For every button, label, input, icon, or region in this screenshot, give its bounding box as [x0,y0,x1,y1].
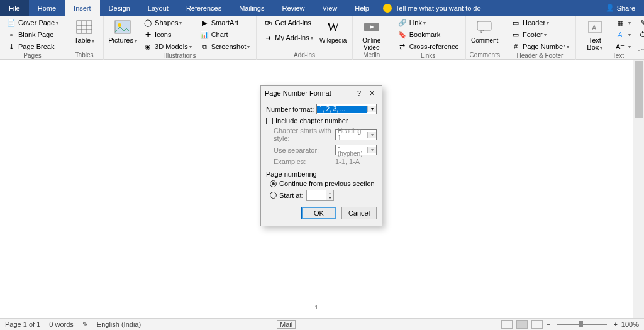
wordart-button[interactable]: A▾ [613,29,633,40]
cover-page-button[interactable]: 📄Cover Page▾ [4,17,61,28]
icons-button[interactable]: ✚Icons [140,29,194,40]
tab-references[interactable]: References [177,0,230,16]
group-pages: 📄Cover Page▾ ▫Blank Page ⤓Page Break Pag… [0,16,65,60]
smartart-button[interactable]: ▶SmartArt [197,17,253,28]
page-numbering-legend: Page numbering [266,170,377,178]
online-video-button[interactable]: Online Video [357,17,387,51]
zoom-out-button[interactable]: − [547,321,550,328]
tab-design[interactable]: Design [100,0,139,16]
group-comments-label: Comments [470,52,500,60]
drop-cap-button[interactable]: A≡▾ [613,41,633,52]
dialog-help-button[interactable]: ? [353,89,365,97]
text-box-button[interactable]: AText Box▾ [580,17,610,52]
ok-button[interactable]: OK [301,207,336,219]
3d-models-icon: ◉ [143,42,153,51]
read-mode-button[interactable] [501,320,513,329]
comment-label: Comment [471,37,498,44]
status-proofing-icon[interactable]: ✎ [82,321,88,329]
tab-review[interactable]: Review [274,0,314,16]
bookmark-icon: 🔖 [397,30,408,39]
status-language[interactable]: English (India) [97,321,141,328]
my-addins-button[interactable]: ➜My Add-ins▾ [260,32,315,43]
text-box-label: Text Box [587,36,601,51]
bookmark-button[interactable]: 🔖Bookmark [395,29,462,40]
zoom-knob[interactable] [579,321,583,327]
screenshot-button[interactable]: ⧉Screenshot▾ [197,41,253,52]
spin-up-icon[interactable]: ▴ [326,190,333,195]
footer-icon: ▭ [511,30,521,39]
table-button[interactable]: Table▾ [69,17,99,45]
3d-models-button[interactable]: ◉3D Models▾ [140,41,194,52]
tell-me-search[interactable]: Tell me what you want to do [383,4,481,13]
drop-cap-icon: A≡ [615,42,625,51]
page-number-format-dialog: Page Number Format ? ✕ Number format: 1,… [260,85,382,226]
svg-rect-5 [115,21,130,33]
include-chapter-checkbox[interactable] [266,118,273,124]
tab-view[interactable]: View [314,0,347,16]
page-break-button[interactable]: ⤓Page Break [4,41,61,52]
blank-page-button[interactable]: ▫Blank Page [4,29,61,40]
tab-mailings[interactable]: Mailings [230,0,273,16]
collapse-ribbon-button[interactable]: ˆ [638,49,640,57]
start-at-input[interactable]: ▴▾ [306,190,334,201]
share-button[interactable]: 👤Share [606,4,644,12]
pictures-button[interactable]: Pictures▾ [108,17,138,45]
start-at-radio[interactable] [270,192,277,199]
share-label: Share [617,4,635,12]
tab-home[interactable]: Home [29,0,65,16]
tab-file[interactable]: File [0,0,29,16]
spin-down-icon[interactable]: ▾ [326,195,333,201]
chart-button[interactable]: 📊Chart [197,29,253,40]
status-page[interactable]: Page 1 of 1 [5,321,40,328]
header-button[interactable]: ▭Header▾ [508,17,572,28]
shapes-icon: ◯ [143,18,153,27]
chapter-style-label: Chapter starts with style: [274,127,333,142]
group-tables-label: Tables [69,52,99,60]
ribbon-tabs: File Home Insert Design Layout Reference… [0,0,644,16]
group-media-label: Media [357,52,387,60]
tab-layout[interactable]: Layout [139,0,177,16]
zoom-level[interactable]: 100% [621,321,639,328]
wikipedia-icon: W [325,18,342,36]
scroll-thumb[interactable] [635,61,643,118]
zoom-in-button[interactable]: + [613,321,617,328]
continue-label: Continue from previous section [279,180,375,187]
vertical-scrollbar[interactable] [633,60,644,318]
smartart-label: SmartArt [211,19,238,26]
bulb-icon [383,4,392,13]
signature-line-button[interactable]: ✎▾ [636,17,644,28]
link-label: Link [409,19,422,26]
tab-insert[interactable]: Insert [65,0,100,16]
shapes-button[interactable]: ◯Shapes▾ [140,17,194,28]
blank-page-icon: ▫ [6,30,16,39]
table-label: Table [74,36,91,44]
footer-button[interactable]: ▭Footer▾ [508,29,572,40]
cross-reference-button[interactable]: ⇄Cross-reference [395,41,462,52]
status-mail[interactable]: Mail [277,320,296,329]
dialog-titlebar: Page Number Format ? ✕ [261,86,382,100]
print-layout-button[interactable] [516,320,528,329]
number-format-select[interactable]: 1, 2, 3, ...▾ [316,104,377,114]
link-button[interactable]: 🔗Link▾ [395,17,462,28]
comment-button[interactable]: Comment [470,17,500,44]
status-words[interactable]: 0 words [49,321,74,328]
zoom-slider[interactable] [557,324,607,325]
svg-text:A: A [592,24,597,31]
date-time-button[interactable]: ⏱ [636,29,644,40]
group-illustrations: Pictures▾ ◯Shapes▾ ✚Icons ◉3D Models▾ ▶S… [104,16,257,60]
icons-icon: ✚ [143,30,153,39]
addins-icon: ➜ [263,33,273,42]
quick-parts-button[interactable]: ▦▾ [613,17,633,28]
text-box-icon: A [586,18,604,36]
dialog-close-button[interactable]: ✕ [365,89,378,97]
cover-page-label: Cover Page [18,19,55,26]
web-layout-button[interactable] [531,320,543,329]
chart-icon: 📊 [199,30,209,39]
tab-help[interactable]: Help [346,0,378,16]
cancel-button[interactable]: Cancel [341,207,377,219]
page-number-button[interactable]: #Page Number▾ [508,41,572,52]
wikipedia-button[interactable]: WWikipedia [318,17,348,44]
screenshot-icon: ⧉ [199,42,209,51]
get-addins-button[interactable]: 🛍Get Add-ins [260,17,315,28]
continue-radio[interactable] [270,180,277,187]
